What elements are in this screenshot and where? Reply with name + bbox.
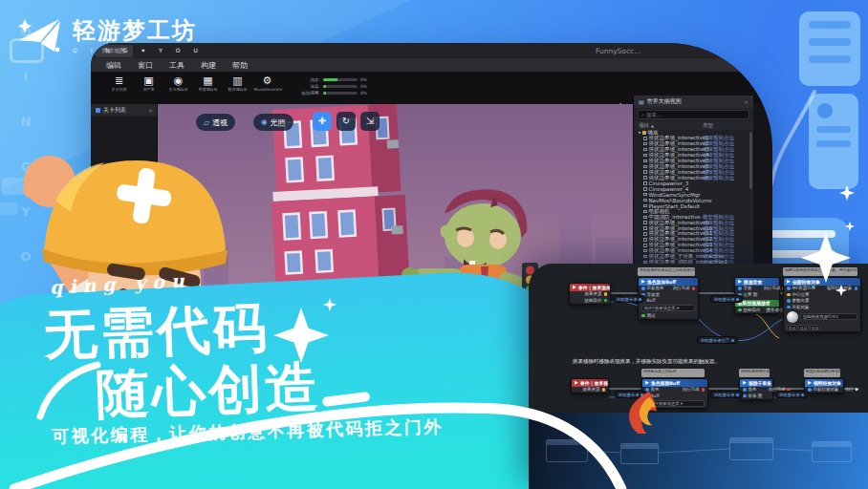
generate-icon: ⚙ [252, 74, 282, 87]
node-graph[interactable]: 效果移除时移除表现效果，并移除实际负责功能效果的触发器。 事件 | 效果添加时效… [529, 264, 868, 416]
rotate-icon: ↻ [342, 116, 350, 126]
blueprint-node[interactable]: 移除子装备角色装备 附执行完成 [739, 378, 773, 400]
move-tool-button[interactable]: ✚ [313, 112, 332, 131]
menu-item[interactable]: 构建 [201, 60, 216, 71]
node-comment: 创建技能特效并绑定位置与参数，用于展示技能效果命中时的表现 [783, 267, 857, 276]
graph-comment-text: 效果移除时移除表现效果，并移除实际负责功能效果的触发器。 [573, 358, 720, 365]
flame-logo-icon [624, 390, 659, 434]
node-comment: 添加效果时给角色挂上技能效果的触发器，并同步表现 [638, 267, 695, 276]
brand-title: 轻游梦工坊 [73, 15, 204, 46]
editor-menubar: 编辑窗口工具构建帮助 [91, 58, 772, 72]
blueprint-node[interactable]: 事件 | 效果添加时效果来源技能操作 [569, 283, 611, 305]
perf-row: 绘制调用:0% [292, 90, 367, 96]
world-outliner-panel: ▤ 世界大纲视图 × ⌕ 搜索... 项目▲ 类型 ▾场景块状边界墙_inter… [633, 96, 753, 287]
brand-logo: 轻游梦工坊 Q I N G ✦ Y O U [15, 11, 204, 57]
scrollbar[interactable] [749, 132, 752, 189]
blueprint-node[interactable]: 事件 | 效果移除时效果来源 [571, 378, 609, 393]
decor-document-card [799, 11, 860, 86]
promo-page: { "brand":{"title":"轻游梦工坊","subtitle":"Q… [0, 0, 868, 489]
wire-label-bubble: 获取携带者 [613, 295, 645, 303]
perf-row: 渲染:0% [292, 83, 367, 90]
lit-mode-selector[interactable]: ❋光照 [253, 114, 293, 131]
perf-row: 内存:0% [292, 76, 367, 83]
rotate-tool-button[interactable]: ↻ [336, 112, 356, 131]
outliner-tree: ▾场景块状边界墙_interactive1墙体预制点位块状边界墙_interac… [634, 130, 753, 269]
wire-label-bubble: 获取携带者位置 [697, 336, 738, 344]
scale-tool-button[interactable]: ⇲ [360, 112, 380, 131]
scale-icon: ⇲ [366, 116, 374, 126]
brand-subtitle: Q I N G ✦ Y O U [73, 47, 204, 53]
menu-item[interactable]: 窗口 [138, 60, 153, 71]
move-icon: ✚ [318, 116, 326, 126]
wire-label-bubble: 获取携带者 [775, 391, 808, 398]
node-comment: 移除角色身上的Buff [641, 369, 705, 377]
menu-item[interactable]: 帮助 [232, 60, 248, 71]
node-comment: 移除技能附带的装备 [739, 369, 770, 377]
world-outliner-tab[interactable]: ▤ 世界大纲视图 × [634, 96, 753, 108]
ghost-wires [529, 413, 868, 489]
material-preview [787, 311, 798, 323]
editor-project-title: FunnySocc... [596, 47, 640, 55]
blueprint-node[interactable]: 创建特效对象MF资源引用中心位置参数向量目标对象返回特效对象技能特效资源引用10… [783, 277, 861, 332]
panel-footer-gradient: 零六找游戏 www.lingliuyx.com www.06zyx.com [529, 413, 868, 489]
folder-icon: ▤ [639, 98, 644, 105]
outliner-search-input[interactable]: ⌕ 搜索... [638, 110, 749, 119]
blueprint-editor-panel[interactable]: 效果移除时移除表现效果，并移除实际负责功能效果的触发器。 事件 | 效果添加时效… [529, 264, 868, 489]
wire-label-bubble: 获取携带者 [710, 295, 743, 303]
generate-button[interactable]: ⚙MusaGenerate [252, 74, 282, 92]
menu-item[interactable]: 工具 [169, 60, 184, 71]
wire-label-bubble: 获取携带者 [710, 391, 743, 398]
outliner-column-headers[interactable]: 项目▲ 类型 [634, 121, 753, 130]
paper-plane-icon [15, 11, 65, 57]
lit-icon: ❋ [261, 118, 268, 127]
search-icon: ⌕ [641, 112, 644, 118]
node-comment: 销毁技能创建的特效对象 [804, 369, 840, 377]
menu-item[interactable]: 编辑 [106, 60, 121, 71]
performance-stats: 内存:0%渲染:0%绘制调用:0% [292, 74, 367, 96]
blueprint-node[interactable]: 销毁特效对象目标特效对象执行 [804, 378, 844, 393]
blueprint-node[interactable]: 角色添加Buff目标角色音效类Buff执行完成BUFF效果状态类 ▾测试 [638, 277, 699, 320]
close-icon[interactable]: × [744, 98, 749, 105]
